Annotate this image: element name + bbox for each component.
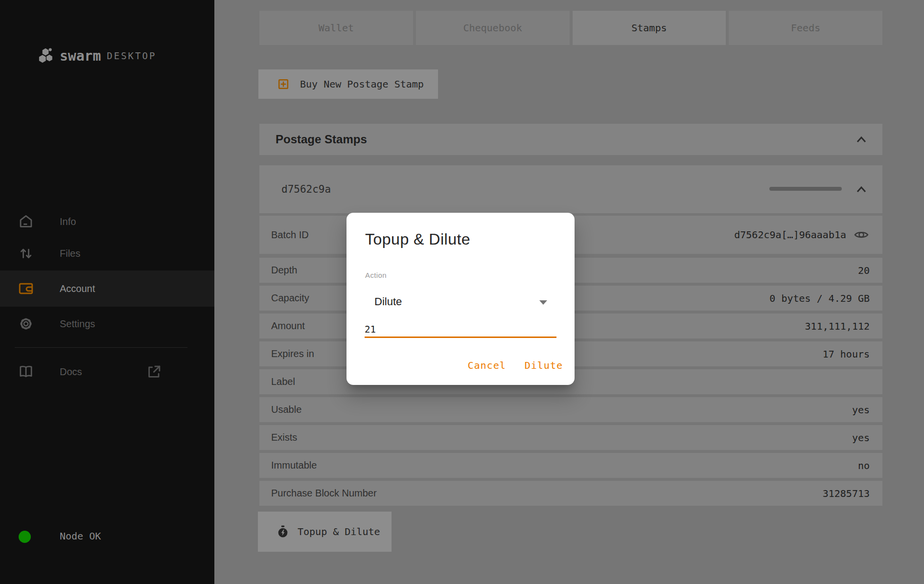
dropdown-arrow-icon — [539, 300, 547, 305]
account-tabs: Wallet Chequebook Stamps Feeds — [259, 11, 882, 45]
table-row-purchase-block-number: Purchase Block Number 31285713 — [259, 481, 882, 506]
swarm-logo-icon — [37, 47, 54, 64]
row-label: Batch ID — [271, 229, 309, 241]
app-logo: swarm DESKTOP — [37, 45, 156, 67]
buy-new-postage-stamp-button[interactable]: Buy New Postage Stamp — [258, 69, 438, 99]
action-select-value: Dilute — [374, 295, 402, 308]
row-value: d7562c9a[…]96aaab1a — [734, 229, 846, 241]
row-value: 31285713 — [823, 488, 870, 499]
tab-chequebook[interactable]: Chequebook — [416, 11, 570, 45]
row-label: Exists — [271, 432, 297, 443]
sidebar-item-label: Account — [60, 283, 95, 294]
row-label: Label — [271, 376, 295, 387]
row-label: Usable — [271, 404, 301, 415]
topup-dilute-button-label: Topup & Dilute — [298, 526, 380, 538]
sidebar-item-label: Info — [60, 216, 76, 227]
home-icon — [18, 213, 34, 230]
dilute-confirm-button[interactable]: Dilute — [525, 359, 563, 371]
row-label: Purchase Block Number — [271, 488, 377, 499]
gear-icon — [18, 315, 34, 332]
dialog-actions: Cancel Dilute — [468, 359, 563, 371]
sidebar-item-files[interactable]: Files — [0, 237, 214, 270]
row-label: Capacity — [271, 292, 309, 304]
sidebar-item-docs[interactable]: Docs — [0, 353, 214, 390]
tab-wallet[interactable]: Wallet — [259, 11, 413, 45]
sidebar-item-account[interactable]: Account — [0, 270, 214, 307]
row-value: 20 — [858, 265, 870, 276]
book-icon — [18, 363, 34, 380]
action-field-label: Action — [365, 271, 387, 279]
plus-square-icon — [277, 78, 290, 90]
postage-stamps-header[interactable]: Postage Stamps — [259, 124, 882, 155]
row-value: no — [858, 460, 870, 472]
stamp-accordion-summary[interactable]: d7562c9a — [259, 165, 882, 213]
stopwatch-icon — [277, 525, 289, 539]
row-label: Depth — [271, 265, 297, 276]
stamp-id: d7562c9a — [281, 183, 331, 195]
action-select[interactable]: Dilute — [365, 293, 556, 312]
amount-input[interactable] — [365, 321, 556, 338]
dialog-title: Topup & Dilute — [365, 230, 470, 248]
external-link-icon — [146, 363, 162, 380]
sidebar-item-settings[interactable]: Settings — [0, 306, 214, 342]
chevron-up-icon[interactable] — [854, 184, 869, 194]
postage-stamps-title: Postage Stamps — [276, 133, 367, 146]
node-status: Node OK — [0, 525, 214, 548]
sidebar-item-label: Docs — [60, 366, 82, 378]
topup-dilute-button[interactable]: Topup & Dilute — [258, 512, 392, 552]
table-row-usable: Usable yes — [259, 397, 882, 422]
row-label: Expires in — [271, 348, 314, 359]
tab-feeds[interactable]: Feeds — [729, 11, 882, 45]
wallet-icon — [18, 280, 34, 297]
table-row-exists: Exists yes — [259, 425, 882, 450]
row-value: yes — [852, 404, 870, 416]
sidebar-item-info[interactable]: Info — [0, 205, 214, 238]
row-value: 0 bytes / 4.29 GB — [769, 292, 870, 304]
sidebar: swarm DESKTOP Info Files Account — [0, 0, 214, 584]
sidebar-item-label: Files — [60, 248, 80, 259]
transfer-arrows-icon — [18, 245, 34, 262]
buy-button-label: Buy New Postage Stamp — [300, 78, 424, 90]
stamp-usage-progress-bar — [769, 187, 842, 191]
row-value: 311,111,112 — [805, 320, 870, 332]
eye-icon[interactable] — [853, 227, 870, 243]
row-value: yes — [852, 432, 870, 444]
row-label: Immutable — [271, 460, 317, 471]
sidebar-item-label: Settings — [60, 318, 95, 330]
node-status-label: Node OK — [60, 530, 101, 542]
logo-product: DESKTOP — [107, 50, 156, 61]
chevron-up-icon[interactable] — [854, 135, 869, 144]
table-row-immutable: Immutable no — [259, 453, 882, 478]
logo-brand: swarm — [60, 48, 101, 64]
sidebar-divider — [15, 347, 187, 348]
row-label: Amount — [271, 320, 305, 332]
topup-dilute-dialog: Topup & Dilute Action Dilute Cancel Dilu… — [346, 213, 575, 385]
node-status-dot — [19, 531, 31, 543]
cancel-button[interactable]: Cancel — [468, 359, 506, 371]
tab-stamps[interactable]: Stamps — [573, 11, 726, 45]
row-value: 17 hours — [823, 348, 870, 360]
